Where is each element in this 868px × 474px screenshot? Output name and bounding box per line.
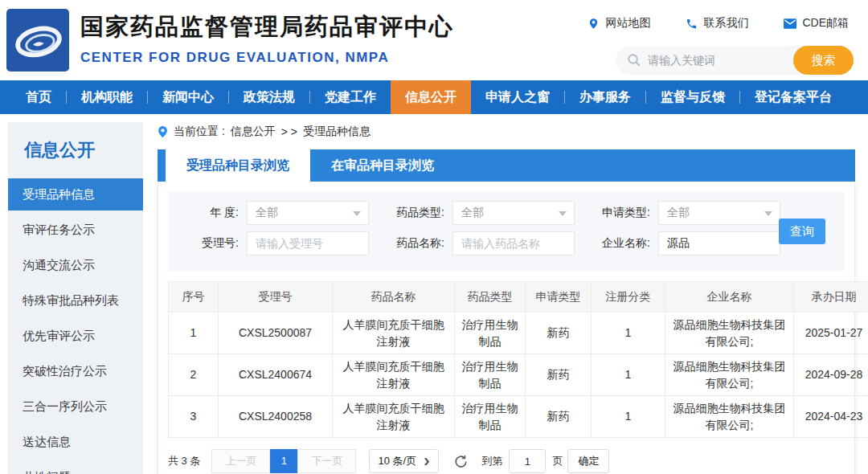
utility-links: 网站地图 联系我们 CDE邮箱 <box>588 16 849 31</box>
cell-reg-class: 1 <box>592 313 665 354</box>
drug-type-select[interactable]: 全部 <box>452 201 575 225</box>
tab-accepted-catalog[interactable]: 受理品种目录浏览 <box>166 149 310 182</box>
table-header-row: 序号 受理号 药品名称 药品类型 申请类型 注册分类 企业名称 承办日期 <box>169 282 868 313</box>
cell-accept-no: CXSL2400258 <box>219 396 333 438</box>
search-input[interactable] <box>616 46 793 75</box>
cell-apply-type: 新药 <box>526 354 592 396</box>
cell-company: 源品细胞生物科技集团有限公司; <box>665 396 794 438</box>
apply-type-select-value: 全部 <box>667 206 690 220</box>
goto-label: 到第 <box>481 454 502 468</box>
cell-drug-name: 人羊膜间充质干细胞注射液 <box>333 354 455 396</box>
site-search: 搜索 <box>616 46 854 75</box>
cell-apply-type: 新药 <box>526 396 592 438</box>
sidebar-item-special-approval[interactable]: 特殊审批品种列表 <box>8 284 143 317</box>
pagination: 共 3 条 上一页 1 下一页 10 条/页 ❯︎ 到第 页 确定 <box>168 449 845 473</box>
cell-seq: 1 <box>169 313 219 354</box>
company-name-input[interactable] <box>658 231 780 255</box>
cde-logo <box>6 9 69 72</box>
contact-label: 联系我们 <box>703 16 748 31</box>
cell-drug-name: 人羊膜间充质干细胞注射液 <box>333 313 455 354</box>
sidebar-item-breakthrough-therapy[interactable]: 突破性治疗公示 <box>8 355 143 387</box>
drug-name-label: 药品名称: <box>387 236 444 251</box>
goto-page-input[interactable] <box>509 449 546 473</box>
breadcrumb-separator: > > <box>281 125 297 138</box>
cell-company: 源品细胞生物科技集团有限公司; <box>665 313 794 354</box>
cell-date: 2024-09-28 <box>794 354 868 396</box>
nav-information-disclosure[interactable]: 信息公开 <box>391 80 471 114</box>
breadcrumb-current: 受理品种信息 <box>303 125 371 139</box>
chevron-down-icon: ❯︎ <box>423 457 430 465</box>
sidebar-item-communication[interactable]: 沟通交流公示 <box>8 249 143 281</box>
cell-seq: 2 <box>169 354 219 396</box>
site-header: 国家药品监督管理局药品审评中心 CENTER FOR DRUG EVALUATI… <box>0 0 868 80</box>
mail-link[interactable]: CDE邮箱 <box>784 16 849 31</box>
confirm-button[interactable]: 确定 <box>567 449 609 473</box>
nav-applicant-window[interactable]: 申请人之窗 <box>471 80 564 114</box>
nav-services[interactable]: 办事服务 <box>565 80 645 114</box>
breadcrumb: 当前位置 : 信息公开 > > 受理品种信息 <box>158 122 855 141</box>
cell-apply-type: 新药 <box>526 313 592 354</box>
drug-type-label: 药品类型: <box>387 206 444 220</box>
results-table: 序号 受理号 药品名称 药品类型 申请类型 注册分类 企业名称 承办日期 1 C… <box>168 281 868 438</box>
page-number-1[interactable]: 1 <box>270 449 297 473</box>
query-button[interactable]: 查询 <box>779 219 825 244</box>
contact-link[interactable]: 联系我们 <box>686 16 748 31</box>
tab-under-review-catalog[interactable]: 在审品种目录浏览 <box>310 149 455 182</box>
nav-functions[interactable]: 机构职能 <box>67 80 147 114</box>
nav-party-building[interactable]: 党建工作 <box>310 80 391 114</box>
location-pin-icon <box>588 18 600 30</box>
table-row: 1 CXSL2500087 人羊膜间充质干细胞注射液 治疗用生物制品 新药 1 … <box>169 313 868 354</box>
table-row: 3 CXSL2400258 人羊膜间充质干细胞注射液 治疗用生物制品 新药 1 … <box>169 396 868 438</box>
sidebar-item-three-in-one[interactable]: 三合一序列公示 <box>8 390 143 423</box>
col-drug-type: 药品类型 <box>455 282 526 313</box>
sidebar-item-delivery-info[interactable]: 送达信息 <box>8 426 143 458</box>
sidebar-item-priority-review[interactable]: 优先审评公示 <box>8 320 143 352</box>
cell-date: 2024-04-23 <box>794 396 868 438</box>
apply-type-label: 申请类型: <box>592 206 650 220</box>
company-name-label: 企业名称: <box>592 236 650 251</box>
sitemap-link[interactable]: 网站地图 <box>588 16 650 31</box>
page-size-select[interactable]: 10 条/页 ❯︎ <box>369 449 439 473</box>
cell-accept-no: CXSL2400674 <box>219 354 333 396</box>
prev-page-button[interactable]: 上一页 <box>211 449 270 473</box>
sitemap-label: 网站地图 <box>605 16 650 31</box>
sidebar-item-common-questions[interactable]: 共性问题 <box>8 461 143 474</box>
total-count: 共 3 条 <box>168 454 200 468</box>
apply-type-select[interactable]: 全部 <box>658 201 780 225</box>
year-select[interactable]: 全部 <box>247 201 369 225</box>
breadcrumb-pin-icon <box>158 125 168 138</box>
cell-drug-type: 治疗用生物制品 <box>455 396 526 438</box>
search-button[interactable]: 搜索 <box>793 46 854 75</box>
drug-type-select-value: 全部 <box>461 206 484 220</box>
sidebar: 信息公开 受理品种信息 审评任务公示 沟通交流公示 特殊审批品种列表 优先审评公… <box>8 122 143 474</box>
sidebar-item-accepted-varieties[interactable]: 受理品种信息 <box>8 178 143 210</box>
accept-no-input[interactable] <box>247 231 369 255</box>
col-accept-no: 受理号 <box>219 282 333 313</box>
cell-seq: 3 <box>169 396 219 438</box>
sidebar-title: 信息公开 <box>8 138 143 162</box>
year-label: 年 度: <box>181 206 239 220</box>
nav-registration-platform[interactable]: 登记备案平台 <box>740 80 846 114</box>
mail-label: CDE邮箱 <box>802 16 849 31</box>
table-row: 2 CXSL2400674 人羊膜间充质干细胞注射液 治疗用生物制品 新药 1 … <box>169 354 868 396</box>
nav-home[interactable]: 首页 <box>11 80 66 114</box>
refresh-icon[interactable] <box>453 454 469 469</box>
nav-supervision-feedback[interactable]: 监督与反馈 <box>646 80 739 114</box>
cell-accept-no: CXSL2500087 <box>219 313 333 354</box>
chevron-down-icon <box>559 211 567 216</box>
cell-reg-class: 1 <box>592 354 665 396</box>
col-date: 承办日期 <box>794 282 868 313</box>
nav-policies[interactable]: 政策法规 <box>229 80 309 114</box>
next-page-button[interactable]: 下一页 <box>297 449 356 473</box>
drug-name-input[interactable] <box>452 231 575 255</box>
chevron-down-icon <box>764 211 772 216</box>
filter-form: 年 度: 全部 药品类型: 全部 申请类型 <box>168 191 845 272</box>
sidebar-item-review-tasks[interactable]: 审评任务公示 <box>8 214 143 246</box>
breadcrumb-section[interactable]: 信息公开 <box>231 125 276 139</box>
cell-drug-type: 治疗用生物制品 <box>455 354 526 396</box>
col-reg-class: 注册分类 <box>592 282 665 313</box>
cell-company: 源品细胞生物科技集团有限公司; <box>665 354 794 396</box>
mail-icon <box>784 18 796 29</box>
nav-news[interactable]: 新闻中心 <box>148 80 228 114</box>
col-company: 企业名称 <box>665 282 794 313</box>
